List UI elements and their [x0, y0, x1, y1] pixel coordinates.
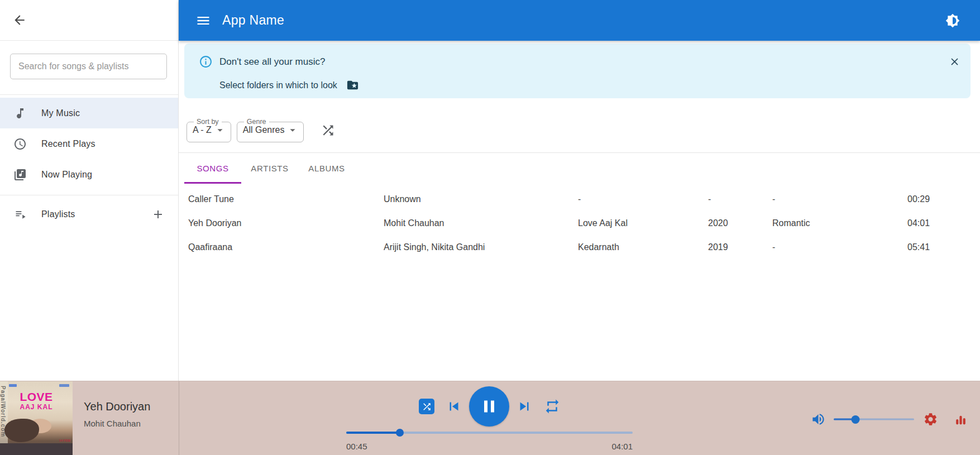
song-album: - [578, 194, 708, 204]
shuffle-icon[interactable] [321, 123, 336, 138]
song-year: 2019 [708, 242, 772, 252]
genre-label: Genre [244, 118, 269, 126]
seek-slider-fill [346, 432, 400, 434]
search-container [0, 41, 178, 79]
playlist-icon [13, 208, 27, 221]
song-album: Love Aaj Kal [578, 218, 708, 228]
song-artist: Arijit Singh, Nikita Gandhi [384, 242, 578, 252]
folder-special-icon [346, 79, 359, 92]
song-title: Yeh Dooriyan [188, 218, 384, 228]
gear-icon[interactable] [923, 412, 938, 427]
library-tabs: SONGS ARTISTS ALBUMS [184, 153, 355, 184]
now-playing-info: Yeh Dooriyan Mohit Chauhan [84, 400, 150, 428]
genre-select[interactable]: Genre All Genres [237, 118, 304, 142]
dark-mode-toggle-icon[interactable] [945, 13, 960, 28]
back-arrow-icon[interactable] [12, 13, 27, 27]
table-row[interactable]: Caller Tune Unknown - - - 00:29 [179, 187, 980, 211]
clock-icon [13, 137, 27, 151]
close-icon[interactable] [949, 56, 960, 68]
repeat-icon[interactable] [544, 398, 561, 415]
sort-by-value: A - Z [193, 125, 212, 135]
volume-slider[interactable] [834, 419, 914, 420]
song-title: Caller Tune [188, 194, 384, 204]
music-note-icon [13, 107, 27, 120]
song-album: Kedarnath [578, 242, 708, 252]
next-track-icon[interactable] [516, 398, 533, 415]
total-time: 04:01 [611, 442, 633, 451]
track-title: Yeh Dooriyan [84, 400, 150, 413]
banner-title: Don't see all your music? [219, 56, 325, 68]
playback-controls [419, 386, 561, 427]
page-title: App Name [222, 13, 284, 28]
song-duration: 00:29 [907, 194, 980, 204]
sidebar-item-label: Recent Plays [41, 139, 95, 149]
song-genre: - [772, 242, 907, 252]
sort-by-select[interactable]: Sort by A - Z [187, 118, 231, 142]
main-content: Don't see all your music? Select folders… [179, 41, 980, 381]
tab-artists[interactable]: ARTISTS [241, 153, 298, 184]
music-app: My Music Recent Plays Now Playing Playli [0, 0, 980, 455]
song-genre: - [772, 194, 907, 204]
sidebar-item-recent-plays[interactable]: Recent Plays [0, 128, 178, 159]
player-bar: LOVE AAJ KAL PagalWorld.com 14 FEB Yeh D… [0, 381, 980, 455]
sidebar-nav: My Music Recent Plays Now Playing Playli [0, 98, 178, 231]
info-icon [199, 55, 213, 69]
music-folders-banner: Don't see all your music? Select folders… [184, 44, 971, 98]
song-artist: Unknown [384, 194, 578, 204]
volume-controls [811, 412, 968, 427]
album-art: LOVE AAJ KAL PagalWorld.com 14 FEB [0, 381, 73, 455]
add-playlist-button[interactable] [151, 208, 165, 221]
track-artist: Mohit Chauhan [84, 419, 150, 428]
album-art-subtitle: AAJ KAL [0, 403, 73, 411]
song-duration: 05:41 [907, 242, 980, 252]
elapsed-time: 00:45 [346, 442, 367, 451]
seek-slider[interactable] [346, 432, 633, 434]
song-year: - [708, 194, 772, 204]
select-folders-action[interactable]: Select folders in which to look [219, 79, 359, 92]
song-duration: 04:01 [907, 218, 980, 228]
genre-value: All Genres [243, 125, 285, 135]
song-artist: Mohit Chauhan [384, 218, 578, 228]
sidebar-top-bar [0, 0, 178, 41]
time-display: 00:45 04:01 [346, 442, 633, 451]
table-row[interactable]: Yeh Dooriyan Mohit Chauhan Love Aaj Kal … [179, 211, 980, 235]
tab-albums[interactable]: ALBUMS [298, 153, 355, 184]
equalizer-icon[interactable] [954, 413, 968, 427]
library-music-icon [13, 168, 27, 181]
sidebar-item-now-playing[interactable]: Now Playing [0, 159, 178, 190]
menu-icon[interactable] [195, 13, 211, 28]
seek-slider-thumb[interactable] [396, 429, 404, 437]
tab-songs[interactable]: SONGS [184, 153, 241, 184]
sidebar-item-label: Now Playing [41, 170, 92, 180]
search-input[interactable] [10, 54, 167, 79]
song-list: Caller Tune Unknown - - - 00:29 Yeh Door… [179, 187, 980, 259]
previous-track-icon[interactable] [446, 398, 462, 415]
song-genre: Romantic [772, 218, 907, 228]
app-header: App Name [179, 0, 980, 41]
sidebar-item-label: My Music [41, 108, 80, 118]
volume-slider-thumb[interactable] [851, 415, 859, 424]
song-year: 2020 [708, 218, 772, 228]
volume-icon[interactable] [811, 412, 826, 427]
album-art-title: LOVE [0, 390, 73, 404]
shuffle-toggle-icon[interactable] [419, 399, 434, 414]
sidebar-item-my-music[interactable]: My Music [0, 98, 178, 128]
pause-button[interactable] [469, 386, 509, 427]
divider [0, 195, 178, 195]
sidebar: My Music Recent Plays Now Playing Playli [0, 0, 179, 381]
album-art-caption: 14 FEB [59, 439, 70, 442]
list-toolbar: Sort by A - Z Genre All Genres [187, 118, 336, 142]
sidebar-item-playlists[interactable]: Playlists [0, 198, 178, 231]
album-art-watermark: PagalWorld.com [0, 386, 6, 437]
chevron-down-icon [286, 124, 299, 136]
sidebar-item-label: Playlists [41, 209, 75, 219]
table-row[interactable]: Qaafiraana Arijit Singh, Nikita Gandhi K… [179, 235, 980, 259]
divider [0, 94, 178, 95]
song-title: Qaafiraana [188, 242, 384, 252]
chevron-down-icon [214, 124, 226, 136]
divider [179, 381, 179, 455]
banner-action-label: Select folders in which to look [219, 80, 337, 90]
